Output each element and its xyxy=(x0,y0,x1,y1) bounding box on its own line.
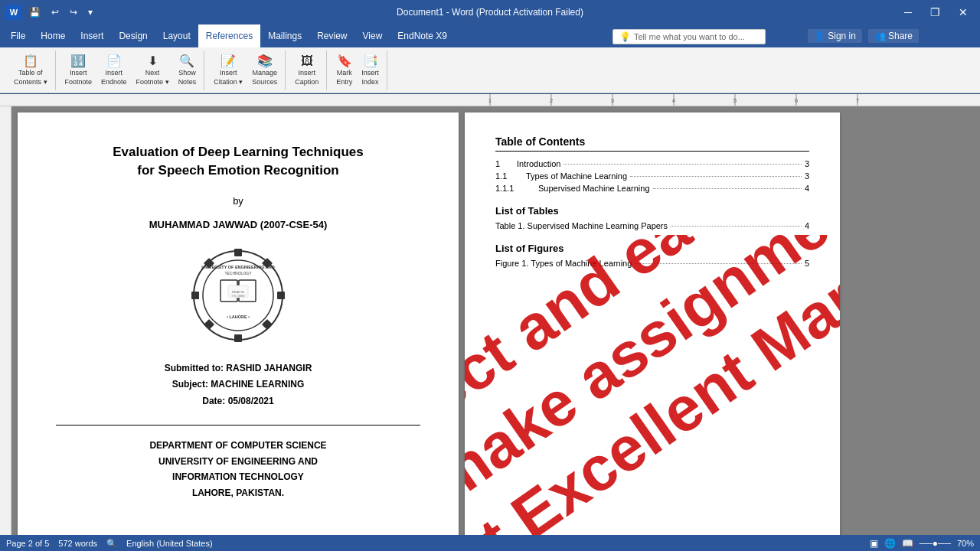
toc-button[interactable]: 📋 Table of Contents ▾ xyxy=(11,54,51,87)
tab-home[interactable]: Home xyxy=(33,24,73,47)
svg-text:6: 6 xyxy=(795,97,799,104)
status-bar: Page 2 of 5 572 words 🔍 English (United … xyxy=(0,535,980,551)
watermark-svg: Perfect and easy way to make assignment … xyxy=(465,235,840,535)
toc-item-1-1: 1.1 Types of Machine Learning 3 xyxy=(495,171,809,181)
footnotes-group: 🔢 Insert Footnote 📄 Insert Endnote ⬇ Nex… xyxy=(57,51,205,90)
mark-entry-button[interactable]: 🔖 Mark Entry xyxy=(333,54,355,87)
undo-quick-access[interactable]: ↩ xyxy=(48,5,62,19)
customize-quick-access[interactable]: ▾ xyxy=(85,5,96,19)
tab-view[interactable]: View xyxy=(355,24,390,47)
next-footnote-button[interactable]: ⬇ Next Footnote ▾ xyxy=(133,54,172,87)
tab-design[interactable]: Design xyxy=(111,24,155,47)
lightbulb-icon: 💡 xyxy=(619,31,631,42)
subject-value: MACHINE LEARNING xyxy=(211,379,304,390)
toc-item-1-1-1: 1.1.1 Supervised Machine Learning 4 xyxy=(495,184,809,193)
svg-text:3: 3 xyxy=(611,97,615,104)
zoom-slider[interactable]: ──●── xyxy=(920,538,951,549)
svg-text:THE NAME: THE NAME xyxy=(231,295,246,298)
watermark-overlay: Perfect and easy way to make assignment … xyxy=(465,235,840,535)
tab-review[interactable]: Review xyxy=(309,24,354,47)
title-bar: W 💾 ↩ ↪ ▾ Document1 - Word (Product Acti… xyxy=(0,0,980,24)
title-bar-left: W 💾 ↩ ↪ ▾ xyxy=(6,5,96,20)
insert-footnote-button[interactable]: 🔢 Insert Footnote xyxy=(62,54,96,87)
tab-endnote[interactable]: EndNote X9 xyxy=(390,24,455,47)
tell-me-bar[interactable]: 💡 Tell me what you want to do... xyxy=(612,29,766,44)
toc-item-1: 1 Introduction 3 xyxy=(495,159,809,168)
page-divider xyxy=(56,425,420,425)
svg-text:1: 1 xyxy=(488,97,492,104)
show-notes-button[interactable]: 🔍 Show Notes xyxy=(175,54,200,87)
ruler-svg: 1 2 3 4 5 6 7 xyxy=(0,94,980,106)
citations-group: 📝 Insert Citation ▾ 📚 Manage Sources xyxy=(206,51,286,90)
word-icon: W xyxy=(6,5,21,20)
svg-text:Get Excellent Marks: Get Excellent Marks xyxy=(465,235,840,535)
close-button[interactable]: ✕ xyxy=(952,5,974,20)
subject-label: Subject: xyxy=(172,379,208,390)
vertical-ruler xyxy=(0,106,11,535)
svg-text:UNIVERSITY OF ENGINEERING AND: UNIVERSITY OF ENGINEERING AND xyxy=(201,265,274,269)
view-web-icon[interactable]: 🌐 xyxy=(884,538,896,549)
ribbon: File Home Insert Design Layout Reference… xyxy=(0,24,980,94)
svg-rect-16 xyxy=(234,249,242,256)
manage-sources-button[interactable]: 📚 Manage Sources xyxy=(249,54,280,87)
svg-rect-19 xyxy=(277,292,285,299)
language: English (United States) xyxy=(126,539,213,548)
list-of-tables-title: List of Tables xyxy=(495,205,809,217)
redo-quick-access[interactable]: ↪ xyxy=(67,5,80,19)
tab-layout[interactable]: Layout xyxy=(155,24,198,47)
document-title: Evaluation of Deep Learning Techniques f… xyxy=(56,143,420,180)
svg-text:7: 7 xyxy=(856,97,860,104)
figure-item-1: Figure 1. Types of Machine Learning 5 xyxy=(495,259,809,268)
author-text: MUHAMMAD JAWWAD (2007-CSE-54) xyxy=(56,219,420,230)
captions-group: 🖼 Insert Caption xyxy=(287,51,327,90)
svg-rect-17 xyxy=(234,334,242,342)
share-button[interactable]: 👥 Share xyxy=(868,29,919,43)
document-meta: Submitted to: RASHID JAHANGIR Subject: M… xyxy=(56,360,420,410)
university-seal: UNIVERSITY OF ENGINEERING AND TECHNOLOGY… xyxy=(188,246,288,345)
date-value: 05/08/2021 xyxy=(228,396,274,406)
svg-rect-18 xyxy=(191,292,199,299)
insert-citation-button[interactable]: 📝 Insert Citation ▾ xyxy=(211,54,246,87)
sign-in-button[interactable]: 👤 Sign in xyxy=(808,29,862,43)
zoom-level: 70% xyxy=(957,539,974,548)
page-left: Evaluation of Deep Learning Techniques f… xyxy=(18,112,459,535)
by-text: by xyxy=(56,195,420,207)
table-of-contents-group: 📋 Table of Contents ▾ xyxy=(6,51,56,90)
svg-text:Perfect and easy way: Perfect and easy way xyxy=(465,235,840,497)
submitted-to-value: RASHID JAHANGIR xyxy=(226,363,312,373)
restore-button[interactable]: ❐ xyxy=(924,5,946,20)
svg-text:TECHNOLOGY: TECHNOLOGY xyxy=(224,271,252,276)
ribbon-content: 📋 Table of Contents ▾ 🔢 Insert Footnote … xyxy=(0,47,980,93)
title-bar-title: Document1 - Word (Product Activation Fai… xyxy=(397,7,583,18)
svg-text:to make assignment: to make assignment xyxy=(465,235,840,535)
page-right: Table of Contents 1 Introduction 3 1.1 T… xyxy=(465,112,840,535)
insert-index-button[interactable]: 📑 Insert Index xyxy=(358,54,382,87)
list-of-figures-title: List of Figures xyxy=(495,243,809,254)
ribbon-tabs: File Home Insert Design Layout Reference… xyxy=(0,24,980,47)
status-right: ▣ 🌐 📖 ──●── 70% xyxy=(870,538,974,549)
svg-text:4: 4 xyxy=(672,97,676,104)
tab-references[interactable]: References xyxy=(198,24,260,47)
tab-insert[interactable]: Insert xyxy=(73,24,111,47)
minimize-button[interactable]: ─ xyxy=(898,5,918,20)
tab-mailings[interactable]: Mailings xyxy=(260,24,309,47)
index-group: 🔖 Mark Entry 📑 Insert Index xyxy=(328,51,387,90)
toc-title: Table of Contents xyxy=(495,135,809,152)
insert-endnote-button[interactable]: 📄 Insert Endnote xyxy=(98,54,130,87)
svg-text:2: 2 xyxy=(550,97,554,104)
department-info: DEPARTMENT OF COMPUTER SCIENCE UNIVERSIT… xyxy=(56,438,420,500)
title-bar-controls: ─ ❐ ✕ xyxy=(898,5,974,20)
view-print-icon[interactable]: ▣ xyxy=(870,538,878,549)
svg-text:• LAHORE •: • LAHORE • xyxy=(227,315,250,319)
svg-text:READ IN: READ IN xyxy=(232,290,244,294)
insert-caption-button[interactable]: 🖼 Insert Caption xyxy=(292,54,322,87)
proofing-icon: 🔍 xyxy=(106,539,117,549)
save-quick-access[interactable]: 💾 xyxy=(26,5,44,19)
pages-container: Evaluation of Deep Learning Techniques f… xyxy=(11,106,980,535)
view-read-icon[interactable]: 📖 xyxy=(902,538,913,549)
document-area: Evaluation of Deep Learning Techniques f… xyxy=(0,106,980,535)
svg-text:5: 5 xyxy=(733,97,737,104)
tab-file[interactable]: File xyxy=(3,24,33,47)
page-info: Page 2 of 5 xyxy=(6,539,49,548)
word-count: 572 words xyxy=(58,539,97,548)
